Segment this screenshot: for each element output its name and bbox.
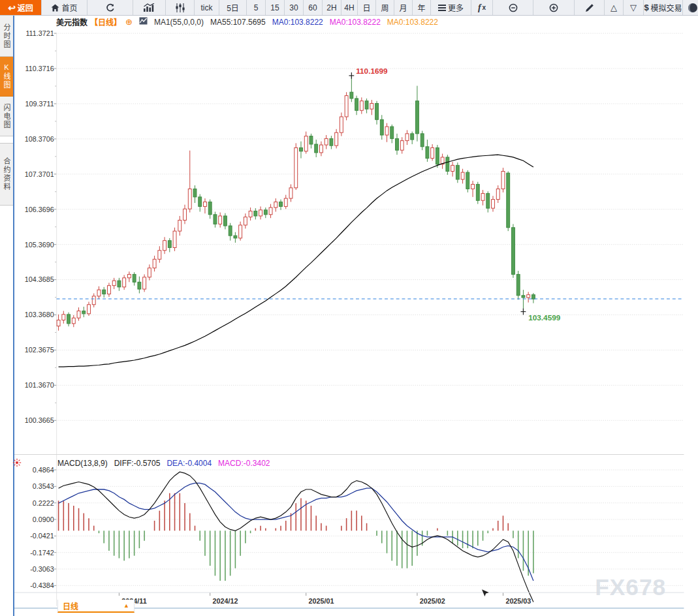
candlestick-series [57,76,535,331]
indicator-fx-button[interactable]: fx [471,0,493,15]
m30-label: 30 [289,3,298,12]
tab-day[interactable]: 日 [358,0,376,15]
home-label: 首页 [61,2,77,13]
tick-label: tick [201,3,213,12]
period-selector[interactable]: 日线 ▲ [57,600,135,613]
svg-text:110.1699: 110.1699 [356,67,388,75]
tab-30min[interactable]: 30 [285,0,304,15]
home-icon [51,4,59,12]
tab-year[interactable]: 年 [413,0,431,15]
tab-2h[interactable]: 2H [323,0,341,15]
sidebar-item-label: 合约资料 [1,157,12,191]
tab-month[interactable]: 月 [394,0,413,15]
back-label: 返回 [18,2,33,13]
draw-button[interactable] [575,0,605,15]
zoom-out-button[interactable] [493,0,533,15]
svg-text:108.3706: 108.3706 [25,135,54,143]
sidebar-item-time-chart[interactable]: 分时图 [0,16,13,57]
tab-60min[interactable]: 60 [304,0,323,15]
bar-chart-type-button[interactable] [133,0,166,15]
candlestick-icon [176,3,185,12]
svg-text:0.3543: 0.3543 [33,482,54,490]
svg-text:104.3685: 104.3685 [25,276,54,284]
pane-separators [14,455,684,609]
tab-4h[interactable]: 4H [341,0,358,15]
svg-text:2025/01: 2025/01 [309,597,334,605]
bar-chart-icon [144,3,155,12]
globe-button[interactable] [683,0,698,15]
svg-text:101.3670: 101.3670 [25,381,54,389]
refresh-button[interactable] [87,0,133,15]
tab-tick[interactable]: tick [195,0,219,15]
back-arrow-icon: ↩ [8,3,16,12]
svg-text:107.3701: 107.3701 [25,170,54,178]
home-button[interactable]: 首页 [42,0,87,15]
tab-15min[interactable]: 15 [266,0,285,15]
macd-histogram [59,493,533,581]
sidebar: 分时图 K线图 闪电图 合约资料 [0,16,14,616]
menu-icon [438,5,446,11]
svg-text:100.3665: 100.3665 [25,416,54,424]
svg-text:-0.4384: -0.4384 [30,581,54,589]
triangle-up-icon: △ [611,3,617,12]
svg-text:-0.0421: -0.0421 [30,532,54,540]
tab-week[interactable]: 周 [376,0,394,15]
h4-label: 4H [344,3,354,12]
zoom-in-button[interactable] [533,0,575,15]
chart-canvas[interactable]: FX678111.3721110.3716109.3711108.3706107… [14,16,698,616]
trading-app: ↩ 返回 首页 tick 5日 5 15 30 60 2H 4H 日 周 月 年… [0,0,698,616]
svg-text:FX678: FX678 [595,574,666,600]
sidebar-item-kline-chart[interactable]: K线图 [0,57,13,97]
sidebar-item-label: 闪电图 [1,104,12,129]
m5-label: 5 [254,3,259,12]
sim-trade-label: 模拟交易 [651,2,682,13]
svg-text:103.4599: 103.4599 [528,313,560,322]
svg-text:2025/02: 2025/02 [420,597,445,605]
sidebar-item-label: K线图 [1,63,12,89]
dollar-icon: $ [644,3,648,12]
more-button[interactable]: 更多 [431,0,471,15]
week-label: 周 [381,2,389,13]
svg-text:2025/03: 2025/03 [505,597,531,605]
sidebar-item-contract-info[interactable]: 合约资料 [0,143,13,206]
svg-text:0.2222: 0.2222 [33,499,54,507]
tab-5min[interactable]: 5 [247,0,266,15]
sidebar-item-lightning-chart[interactable]: 闪电图 [0,97,13,136]
svg-text:103.3680: 103.3680 [25,311,54,318]
mouse-cursor [482,589,489,596]
svg-text:-0.3063: -0.3063 [30,565,54,573]
back-button[interactable]: ↩ 返回 [0,0,42,15]
price-gridlines [54,33,684,606]
pencil-icon [585,3,594,12]
collapse-arrow-icon: ▲ [123,602,129,609]
svg-text:2024/12: 2024/12 [213,597,238,605]
refresh-icon [106,3,115,12]
fx-icon: f [478,3,481,13]
svg-text:111.3721: 111.3721 [25,29,54,37]
svg-text:0.4864: 0.4864 [33,466,54,474]
m60-label: 60 [308,3,317,12]
zoom-out-icon [509,3,518,12]
svg-text:110.3716: 110.3716 [25,65,54,72]
svg-text:106.3696: 106.3696 [25,206,54,213]
period-label: 日线 [63,600,78,611]
sim-trade-button[interactable]: $ 模拟交易 [644,0,683,15]
triangle-up-button[interactable]: △ [605,0,624,15]
globe-icon [685,3,698,13]
svg-text:102.3675: 102.3675 [25,346,54,354]
watermark: FX678 [595,574,666,600]
m15-label: 15 [270,3,279,12]
triangle-down-icon: ▽ [630,3,637,12]
triangle-down-button[interactable]: ▽ [624,0,644,15]
fx-x-label: x [483,4,486,11]
h2-label: 2H [326,3,336,12]
x-axis-labels: 2024/112024/122025/012025/022025/03 [119,593,531,605]
svg-text:105.3690: 105.3690 [25,241,54,249]
d5-label: 5日 [227,2,239,13]
tab-5day[interactable]: 5日 [219,0,247,15]
more-label: 更多 [448,2,464,13]
svg-text:109.3711: 109.3711 [25,100,54,108]
price-axis-labels: 111.3721110.3716109.3711108.3706107.3701… [25,29,54,589]
zoom-in-icon [549,3,558,12]
candlestick-type-button[interactable] [166,0,195,15]
